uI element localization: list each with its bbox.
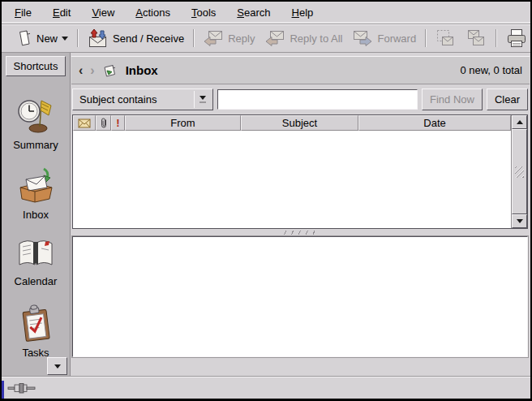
chevron-down-icon <box>194 91 211 108</box>
reply-all-icon <box>264 28 285 48</box>
menu-bar: File Edit View Actions Tools Search Help <box>2 2 530 24</box>
toolbar-separator <box>425 29 426 47</box>
copy-message-icon <box>466 28 487 48</box>
menu-actions[interactable]: Actions <box>129 3 177 22</box>
sidebar-scroll-down-button[interactable] <box>47 357 67 375</box>
message-list-columns: ! From Subject Date <box>73 115 511 228</box>
send-receive-label: Send / Receive <box>113 32 184 45</box>
message-preview-pane[interactable] <box>72 236 528 357</box>
find-now-button[interactable]: Find Now <box>422 88 483 110</box>
priority-icon: ! <box>116 117 119 129</box>
sidebar-item-tasks[interactable]: Tasks <box>17 304 54 359</box>
menu-help[interactable]: Help <box>285 3 320 22</box>
folder-title: Inbox <box>126 63 158 77</box>
online-strip <box>2 381 4 399</box>
toolbar-separator <box>193 29 194 47</box>
sidebar-item-summary[interactable]: Summary <box>13 97 58 151</box>
move-message-icon <box>435 28 456 48</box>
column-date-label: Date <box>423 117 445 129</box>
chevron-down-icon <box>517 219 523 223</box>
toolbar-separator <box>496 29 496 47</box>
column-from-label: From <box>170 117 195 129</box>
forward-arrow-icon[interactable]: › <box>90 64 94 77</box>
back-arrow-icon[interactable]: ‹ <box>79 64 83 77</box>
search-criteria-value: Subject contains <box>73 93 194 106</box>
folder-message-count: 0 new, 0 total <box>460 64 522 76</box>
send-receive-button[interactable]: Send / Receive <box>82 26 189 51</box>
reply-icon <box>203 28 224 48</box>
move-message-button[interactable] <box>430 26 461 50</box>
message-status-icon <box>78 119 91 128</box>
message-list-header: ! From Subject Date <box>73 115 511 131</box>
scrollbar-grip <box>515 166 524 178</box>
new-button[interactable]: New <box>11 27 73 50</box>
chevron-up-icon <box>517 120 523 124</box>
shortcuts-sidebar: Shortcuts Summary <box>2 53 71 377</box>
message-list-body[interactable] <box>73 131 511 228</box>
connector-icon[interactable] <box>7 382 36 394</box>
menu-tools[interactable]: Tools <box>185 3 222 22</box>
menu-view[interactable]: View <box>85 3 121 22</box>
forward-icon <box>352 28 373 48</box>
new-document-icon <box>16 29 32 47</box>
inbox-tray-icon <box>15 167 57 205</box>
chevron-down-icon <box>54 364 61 369</box>
column-attachment[interactable] <box>96 115 111 131</box>
message-list-scrollbar <box>511 115 527 228</box>
clear-button[interactable]: Clear <box>487 88 528 110</box>
folder-header: ‹ › Inbox 0 new, 0 total <box>71 56 530 84</box>
menu-search[interactable]: Search <box>230 3 277 22</box>
reply-to-all-button[interactable]: Reply to All <box>260 26 347 50</box>
pane-splitter[interactable] <box>71 229 530 236</box>
search-criteria-dropdown[interactable]: Subject contains <box>72 88 213 110</box>
search-bar: Subject contains Find Now Clear <box>72 88 528 111</box>
print-button[interactable] <box>500 25 532 51</box>
scrollbar-thumb[interactable] <box>512 129 527 214</box>
toolbar-separator <box>77 29 78 47</box>
summary-clock-icon <box>16 97 55 135</box>
column-date[interactable]: Date <box>358 115 511 131</box>
shortcuts-group-button[interactable]: Shortcuts <box>6 56 66 76</box>
tasks-clipboard-icon <box>17 304 54 343</box>
calendar-book-icon <box>15 237 57 271</box>
message-list: ! From Subject Date <box>72 114 528 229</box>
chevron-down-icon <box>62 37 68 41</box>
send-receive-icon <box>87 28 109 49</box>
evolution-mail-window: File Edit View Actions Tools Search Help… <box>0 0 532 401</box>
status-bar <box>2 376 530 399</box>
main-toolbar: New Send / Receive <box>2 24 530 53</box>
forward-label: Forward <box>377 32 416 45</box>
sidebar-item-label: Calendar <box>15 275 58 287</box>
copy-message-button[interactable] <box>461 26 491 50</box>
inbox-folder-icon <box>102 63 118 78</box>
sidebar-item-calendar[interactable]: Calendar <box>15 237 58 287</box>
menu-edit[interactable]: Edit <box>46 3 77 22</box>
new-button-label: New <box>36 32 58 45</box>
sidebar-item-label: Tasks <box>22 347 49 359</box>
splitter-grip <box>283 231 319 235</box>
print-icon <box>505 28 528 49</box>
mail-view: ‹ › Inbox 0 new, 0 total Subject contain… <box>71 53 530 377</box>
column-message-status[interactable] <box>73 115 96 131</box>
column-subject[interactable]: Subject <box>241 115 358 131</box>
sidebar-item-inbox[interactable]: Inbox <box>15 167 57 221</box>
reply-to-all-label: Reply to All <box>290 32 342 45</box>
column-priority[interactable]: ! <box>111 115 125 131</box>
attachment-icon <box>100 117 108 129</box>
search-input[interactable] <box>217 89 418 110</box>
body: Shortcuts Summary <box>2 53 530 377</box>
sidebar-item-label: Inbox <box>23 209 49 221</box>
column-from[interactable]: From <box>125 115 241 131</box>
scroll-up-button[interactable] <box>512 115 527 129</box>
sidebar-item-label: Summary <box>13 139 58 151</box>
scroll-down-button[interactable] <box>512 214 527 228</box>
reply-button[interactable]: Reply <box>198 26 260 50</box>
reply-label: Reply <box>228 32 255 45</box>
column-subject-label: Subject <box>282 117 317 129</box>
menu-file[interactable]: File <box>8 3 38 22</box>
forward-button[interactable]: Forward <box>347 26 421 50</box>
